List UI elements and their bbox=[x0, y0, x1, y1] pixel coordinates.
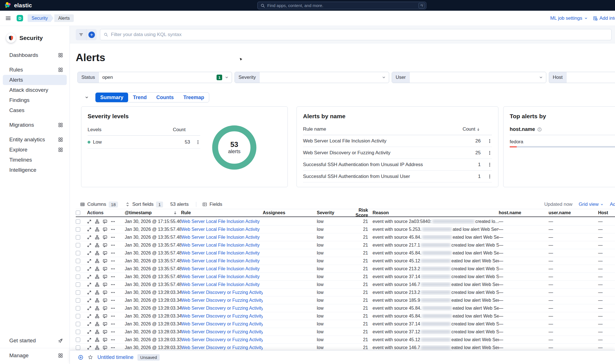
session-view-icon[interactable] bbox=[103, 330, 107, 334]
fields-button[interactable]: Fields bbox=[202, 202, 222, 207]
sidebar-item-entity-analytics[interactable]: Entity analytics bbox=[3, 135, 67, 145]
row-checkbox[interactable] bbox=[76, 219, 80, 224]
alert-rule-link[interactable]: Web Server Discovery or Fuzzing Activity bbox=[181, 306, 263, 311]
session-view-icon[interactable] bbox=[103, 243, 107, 247]
expand-alert-icon[interactable] bbox=[87, 235, 92, 240]
session-view-icon[interactable] bbox=[103, 251, 107, 255]
row-checkbox[interactable] bbox=[76, 338, 80, 342]
expand-alert-icon[interactable] bbox=[87, 259, 92, 263]
expand-alert-icon[interactable] bbox=[87, 338, 92, 342]
session-view-icon[interactable] bbox=[103, 235, 107, 240]
ml-job-settings-button[interactable]: ML job settings bbox=[550, 15, 588, 21]
expand-alert-icon[interactable] bbox=[87, 298, 92, 303]
session-view-icon[interactable] bbox=[103, 290, 107, 295]
expand-alert-icon[interactable] bbox=[87, 251, 92, 255]
analyzer-icon[interactable] bbox=[95, 251, 99, 255]
sidebar-item-intelligence[interactable]: Intelligence bbox=[3, 165, 67, 175]
more-actions-icon[interactable] bbox=[111, 298, 115, 303]
row-checkbox[interactable] bbox=[76, 345, 80, 350]
row-checkbox[interactable] bbox=[76, 243, 80, 247]
expand-alert-icon[interactable] bbox=[87, 282, 92, 287]
sidebar-item-get-started[interactable]: Get started bbox=[3, 334, 67, 347]
column-header-severity[interactable]: Severity bbox=[317, 210, 352, 215]
elastic-logo[interactable]: elastic bbox=[5, 2, 32, 9]
rule-name-cell[interactable]: Successful SSH Authentication from Unusu… bbox=[303, 174, 410, 179]
row-actions-kebab-icon[interactable] bbox=[487, 162, 492, 167]
session-view-icon[interactable] bbox=[103, 267, 107, 271]
sidebar-item-manage[interactable]: Manage bbox=[3, 349, 67, 362]
more-actions-icon[interactable] bbox=[111, 251, 115, 255]
alert-rule-link[interactable]: Web Server Local File Inclusion Activity bbox=[181, 274, 260, 279]
tab-summary[interactable]: Summary bbox=[95, 93, 128, 102]
row-checkbox[interactable] bbox=[76, 251, 80, 255]
sidebar-item-migrations[interactable]: Migrations bbox=[3, 120, 67, 130]
session-view-icon[interactable] bbox=[103, 345, 107, 350]
rule-name-cell[interactable]: Web Server Local File Inclusion Activity bbox=[303, 138, 386, 144]
sidebar-item-findings[interactable]: Findings bbox=[3, 95, 67, 105]
alert-rule-link[interactable]: Web Server Discovery or Fuzzing Activity bbox=[181, 298, 263, 303]
session-view-icon[interactable] bbox=[103, 338, 107, 342]
host-filter[interactable]: Host bbox=[549, 72, 615, 83]
expand-alert-icon[interactable] bbox=[87, 330, 92, 334]
analyzer-icon[interactable] bbox=[95, 235, 99, 240]
favorite-star-icon[interactable] bbox=[88, 355, 93, 360]
more-actions-icon[interactable] bbox=[111, 322, 115, 326]
grid-view-button[interactable]: Grid view bbox=[579, 202, 604, 207]
row-checkbox[interactable] bbox=[76, 322, 80, 326]
session-view-icon[interactable] bbox=[103, 314, 107, 318]
alert-rule-link[interactable]: Web Server Discovery or Fuzzing Activity bbox=[181, 321, 263, 326]
more-actions-icon[interactable] bbox=[111, 219, 115, 224]
add-timeline-icon[interactable] bbox=[78, 355, 83, 360]
row-checkbox[interactable] bbox=[76, 235, 80, 240]
row-checkbox[interactable] bbox=[76, 227, 80, 232]
session-view-icon[interactable] bbox=[103, 274, 107, 279]
session-view-icon[interactable] bbox=[103, 306, 107, 311]
more-actions-icon[interactable] bbox=[111, 345, 115, 350]
top-alerts-host-name[interactable]: fedora bbox=[510, 139, 615, 145]
expand-alert-icon[interactable] bbox=[87, 267, 92, 271]
analyzer-icon[interactable] bbox=[95, 306, 99, 311]
select-all-checkbox[interactable] bbox=[76, 211, 80, 215]
alert-rule-link[interactable]: Web Server Discovery or Fuzzing Activity bbox=[181, 290, 263, 295]
columns-button[interactable]: Columns 18 bbox=[80, 202, 118, 207]
row-actions-kebab-icon[interactable] bbox=[196, 140, 200, 144]
column-header-risk-score[interactable]: Risk Score bbox=[352, 208, 373, 218]
expand-alert-icon[interactable] bbox=[87, 243, 92, 247]
column-header-rule[interactable]: Rule bbox=[181, 210, 263, 215]
session-view-icon[interactable] bbox=[103, 298, 107, 303]
column-header-count[interactable]: Count bbox=[463, 126, 492, 132]
more-actions-icon[interactable] bbox=[111, 227, 115, 232]
analyzer-icon[interactable] bbox=[95, 330, 99, 334]
more-actions-icon[interactable] bbox=[111, 306, 115, 311]
sidebar-item-dashboards[interactable]: Dashboards bbox=[3, 50, 67, 60]
alert-rule-link[interactable]: Web Server Local File Inclusion Activity bbox=[181, 227, 260, 232]
menu-icon[interactable] bbox=[5, 15, 11, 21]
session-view-icon[interactable] bbox=[103, 322, 107, 326]
space-avatar[interactable]: D bbox=[17, 15, 23, 21]
analyzer-icon[interactable] bbox=[95, 298, 99, 303]
alert-rule-link[interactable]: Web Server Discovery or Fuzzing Activity bbox=[181, 314, 263, 318]
row-checkbox[interactable] bbox=[76, 267, 80, 271]
row-checkbox[interactable] bbox=[76, 290, 80, 295]
more-actions-icon[interactable] bbox=[111, 290, 115, 295]
alert-rule-link[interactable]: Web Server Local File Inclusion Activity bbox=[181, 282, 260, 287]
more-actions-icon[interactable] bbox=[111, 259, 115, 263]
breadcrumb-alerts[interactable]: Alerts bbox=[54, 14, 74, 22]
sidebar-item-timelines[interactable]: Timelines bbox=[3, 155, 67, 165]
alert-rule-link[interactable]: Web Server Local File Inclusion Activity bbox=[181, 219, 260, 224]
expand-alert-icon[interactable] bbox=[87, 322, 92, 326]
alert-rule-link[interactable]: Web Server Local File Inclusion Activity bbox=[181, 235, 260, 240]
column-header-user-name[interactable]: user.name bbox=[549, 210, 598, 215]
more-actions-icon[interactable] bbox=[111, 267, 115, 271]
expand-alert-icon[interactable] bbox=[87, 227, 92, 232]
more-actions-icon[interactable] bbox=[111, 282, 115, 287]
row-actions-kebab-icon[interactable] bbox=[487, 151, 492, 155]
analyzer-icon[interactable] bbox=[95, 314, 99, 318]
analyzer-icon[interactable] bbox=[95, 243, 99, 247]
column-header-actions[interactable]: Actions bbox=[87, 210, 125, 215]
expand-alert-icon[interactable] bbox=[87, 306, 92, 311]
collapse-section-button[interactable] bbox=[84, 95, 89, 100]
session-view-icon[interactable] bbox=[103, 227, 107, 232]
expand-alert-icon[interactable] bbox=[87, 345, 92, 350]
more-actions-icon[interactable] bbox=[111, 338, 115, 342]
